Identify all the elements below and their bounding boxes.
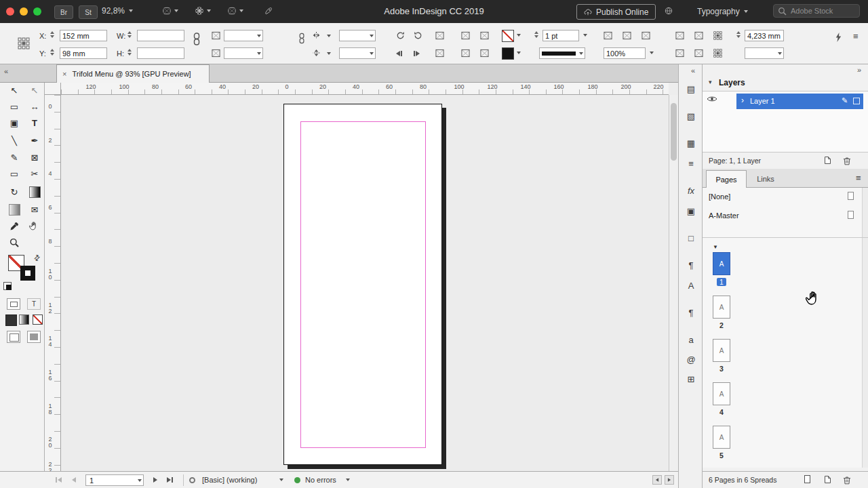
drop-shadow-icon[interactable] bbox=[604, 31, 612, 40]
new-layer-icon[interactable] bbox=[823, 156, 832, 165]
rectangle-tool[interactable]: ▭ bbox=[6, 165, 22, 182]
collapse-left-dock-icon[interactable]: « bbox=[4, 67, 8, 75]
stroke-swatch[interactable] bbox=[20, 266, 35, 281]
document-tab[interactable]: × Trifold Menu @ 93% [GPU Preview] bbox=[56, 64, 210, 83]
chevron-down-icon[interactable] bbox=[583, 34, 587, 37]
shear-angle-dropdown[interactable] bbox=[339, 47, 376, 59]
window-minimize-button[interactable] bbox=[20, 7, 28, 16]
master-a-item[interactable]: A-Master bbox=[709, 211, 739, 220]
w-stepper[interactable] bbox=[127, 31, 132, 38]
stroke-type-dropdown[interactable] bbox=[539, 47, 585, 59]
flip-horizontal-icon[interactable] bbox=[312, 31, 321, 39]
object-states-icon[interactable] bbox=[694, 49, 703, 58]
ruler-origin-corner[interactable] bbox=[45, 83, 61, 95]
swatches-panel-icon[interactable]: ▦ bbox=[682, 135, 700, 151]
collapse-panels-icon[interactable]: » bbox=[857, 66, 861, 74]
eyedropper-tool[interactable] bbox=[6, 218, 22, 235]
chevron-down-icon[interactable] bbox=[650, 52, 654, 54]
fill-color-swatch[interactable] bbox=[502, 30, 514, 42]
apply-color-button[interactable] bbox=[5, 314, 17, 326]
new-page-icon[interactable] bbox=[823, 475, 832, 484]
select-previous-object-button[interactable] bbox=[396, 51, 402, 56]
swap-fill-stroke-icon[interactable]: ⇄ bbox=[32, 253, 43, 264]
gutter-field[interactable] bbox=[745, 30, 784, 41]
scissors-tool[interactable]: ✂ bbox=[26, 165, 43, 182]
stroke-panel-icon[interactable]: ≡ bbox=[682, 155, 700, 171]
fit-frame-icon[interactable] bbox=[480, 31, 489, 40]
select-next-object-button[interactable] bbox=[414, 51, 420, 56]
share-icon[interactable] bbox=[665, 7, 673, 15]
transparency-icon[interactable] bbox=[642, 31, 650, 40]
width-field[interactable] bbox=[137, 30, 184, 41]
effects-icon[interactable] bbox=[623, 31, 631, 40]
next-page-button[interactable] bbox=[153, 477, 157, 483]
page-thumbnail-3[interactable]: A bbox=[713, 339, 730, 362]
workspace-switcher[interactable]: Typography bbox=[697, 7, 748, 16]
edit-page-size-icon[interactable] bbox=[804, 475, 810, 483]
constrain-dimensions-icon[interactable] bbox=[193, 33, 201, 45]
flip-vertical-icon[interactable] bbox=[313, 49, 321, 58]
column-count-dropdown[interactable] bbox=[745, 47, 784, 59]
gradient-panel-icon[interactable]: ▤ bbox=[682, 81, 700, 97]
selection-tool[interactable]: ↖ bbox=[6, 82, 22, 98]
tab-links[interactable]: Links bbox=[748, 170, 783, 188]
pages-panel-menu-icon[interactable]: ≡ bbox=[856, 173, 861, 183]
chevron-down-icon[interactable] bbox=[346, 479, 350, 481]
chevron-down-icon[interactable] bbox=[327, 52, 331, 55]
gutter-stepper[interactable] bbox=[736, 31, 741, 38]
masters-divider[interactable] bbox=[703, 237, 868, 238]
rotate-cw-icon[interactable] bbox=[396, 31, 405, 40]
page-thumbnail-5[interactable]: A bbox=[713, 426, 730, 449]
text-wrap-on-icon[interactable] bbox=[694, 31, 703, 40]
bridge-button[interactable]: Br bbox=[54, 5, 73, 19]
paragraph-styles-panel-icon[interactable]: ¶ bbox=[682, 257, 700, 273]
direct-selection-tool[interactable]: ↖ bbox=[26, 82, 43, 98]
preflight-icon[interactable] bbox=[189, 477, 195, 483]
publish-online-button[interactable]: Publish Online bbox=[576, 4, 656, 20]
window-zoom-button[interactable] bbox=[33, 7, 41, 16]
arrange-documents-dropdown[interactable] bbox=[228, 7, 243, 15]
normal-view-mode-button[interactable] bbox=[7, 331, 20, 343]
vertical-scrollbar[interactable] bbox=[669, 95, 678, 471]
opacity-field[interactable] bbox=[604, 47, 646, 59]
gpu-performance-icon[interactable] bbox=[264, 7, 273, 15]
layer-selection-square[interactable] bbox=[853, 98, 860, 104]
note-tool[interactable]: ✉ bbox=[26, 201, 43, 218]
pen-tool[interactable]: ✒ bbox=[26, 132, 43, 148]
stock-button[interactable]: St bbox=[79, 5, 98, 19]
rectangle-frame-tool[interactable]: ⊠ bbox=[26, 149, 43, 165]
first-page-button[interactable] bbox=[56, 477, 62, 483]
page-thumbnail-2[interactable]: A bbox=[713, 296, 730, 319]
apply-none-button[interactable] bbox=[33, 314, 43, 325]
zoom-tool[interactable] bbox=[6, 235, 22, 251]
formatting-affects-text-button[interactable]: T bbox=[27, 298, 41, 310]
scale-y-dropdown[interactable] bbox=[224, 47, 263, 59]
chevron-down-icon[interactable] bbox=[517, 52, 521, 54]
scale-x-dropdown[interactable] bbox=[224, 30, 263, 41]
layer-visibility-toggle[interactable] bbox=[707, 96, 717, 104]
window-close-button[interactable] bbox=[6, 7, 14, 16]
close-tab-icon[interactable]: × bbox=[62, 70, 66, 78]
layer-row[interactable]: › Layer 1 ✎ bbox=[736, 94, 863, 109]
line-tool[interactable]: ╲ bbox=[6, 132, 22, 148]
delete-page-icon[interactable] bbox=[842, 475, 852, 485]
page-thumbnail-4[interactable]: A bbox=[713, 382, 730, 405]
stock-search-box[interactable] bbox=[773, 4, 860, 18]
color-panel-icon[interactable]: ▧ bbox=[682, 108, 700, 124]
fit-content-icon[interactable] bbox=[461, 31, 470, 40]
edit-layer-pencil-icon[interactable]: ✎ bbox=[842, 96, 848, 105]
page-number-label-5[interactable]: 5 bbox=[712, 451, 731, 460]
master-a-thumbnail[interactable] bbox=[848, 211, 854, 219]
spread-arrow-icon[interactable]: ▼ bbox=[713, 244, 718, 250]
h-stepper[interactable] bbox=[127, 49, 132, 56]
effects-panel-icon[interactable]: fx bbox=[682, 182, 700, 199]
table-panel-icon[interactable]: ⊞ bbox=[682, 371, 700, 387]
search-input[interactable] bbox=[789, 6, 852, 16]
pencil-tool[interactable]: ✎ bbox=[6, 149, 22, 165]
y-position-field[interactable] bbox=[60, 47, 107, 59]
panel-toggle-icon[interactable]: ▾ bbox=[709, 79, 712, 85]
preview-mode-button[interactable] bbox=[27, 331, 41, 343]
control-panel-menu-icon[interactable]: ≡ bbox=[853, 31, 859, 41]
layers-panel-header[interactable]: ▾ Layers bbox=[703, 75, 868, 92]
last-page-button[interactable] bbox=[167, 477, 173, 483]
